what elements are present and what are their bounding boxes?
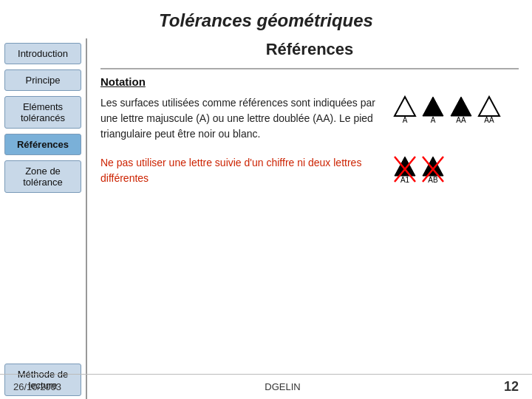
sidebar-item-principe[interactable]: Principe [4,69,81,91]
notation-paragraph1: Les surfaces utilisées comme références … [100,95,380,142]
sidebar: Introduction Principe Eléments tolérancé… [0,38,87,399]
reference-icon-a-filled: A [421,95,445,123]
sidebar-item-zone[interactable]: Zone de tolérance [4,160,81,193]
svg-text:A: A [403,116,408,123]
svg-text:AB: AB [428,176,438,183]
svg-marker-6 [479,97,499,116]
notation-paragraph2: Ne pas utiliser une lettre suivie d'un c… [100,155,380,186]
main-title: Tolérances géométriques [0,0,532,38]
svg-text:AA: AA [456,116,466,123]
notation-label: Notation [100,75,519,88]
footer-author: DGELIN [265,381,300,392]
reference-icon-a-outline: A [393,95,417,123]
svg-text:AA: AA [484,116,494,123]
svg-marker-4 [451,97,471,116]
content-area: Références Notation Les surfaces utilisé… [87,38,532,399]
notation-icons-group2: A1 AB [393,155,519,183]
section-title: Références [100,40,519,59]
sidebar-item-references[interactable]: Références [4,134,81,155]
footer: 26/10/2003 DGELIN 12 [0,374,532,399]
svg-text:A1: A1 [400,176,410,183]
svg-text:A: A [431,116,436,123]
svg-marker-2 [423,97,443,116]
reference-icon-a1-wrong: A1 [393,155,417,183]
footer-page: 12 [504,379,519,395]
reference-icon-aa-filled: AA [449,95,473,123]
sidebar-item-introduction[interactable]: Introduction [4,43,81,64]
reference-icon-ab-wrong: AB [421,155,445,183]
sidebar-item-elements[interactable]: Eléments tolérancés [4,96,81,129]
svg-marker-0 [395,97,415,116]
notation-icons-group1: A A AA [393,95,519,123]
footer-date: 26/10/2003 [13,381,61,392]
reference-icon-aa-outline: AA [477,95,501,123]
